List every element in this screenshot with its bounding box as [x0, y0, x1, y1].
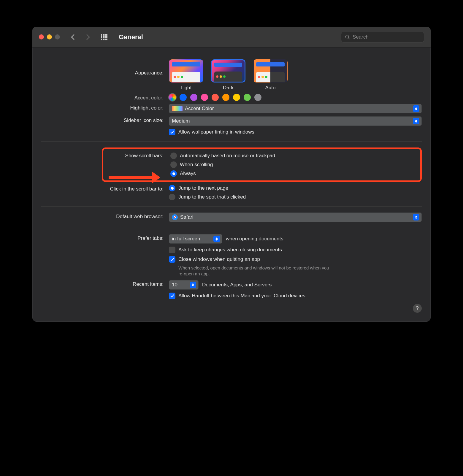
- chevron-updown-icon: [413, 214, 419, 220]
- svg-line-1: [348, 38, 350, 39]
- annotation-arrow-icon: [109, 176, 159, 179]
- accent-swatches: [169, 94, 422, 101]
- accent-pink[interactable]: [201, 94, 208, 101]
- preferences-window: General Search Appearance: Light Dark: [32, 27, 431, 322]
- tabs-suffix: when opening documents: [226, 236, 283, 242]
- search-placeholder: Search: [353, 34, 369, 40]
- scrollbars-option-always[interactable]: Always: [170, 170, 416, 177]
- accent-multicolor[interactable]: [169, 94, 176, 101]
- accent-red[interactable]: [212, 94, 219, 101]
- chevron-updown-icon: [190, 282, 196, 288]
- tabs-label: Prefer tabs:: [41, 234, 169, 241]
- scrollbars-option-scrolling[interactable]: When scrolling: [170, 161, 416, 168]
- show-all-prefs-button[interactable]: [101, 34, 107, 40]
- sidebar-size-label: Sidebar icon size:: [41, 116, 169, 123]
- safari-icon: [172, 214, 178, 220]
- chevron-updown-icon: [213, 236, 220, 242]
- close-quit-checkbox[interactable]: Close windows when quitting an app: [169, 256, 422, 263]
- handoff-checkbox[interactable]: Allow Handoff between this Mac and your …: [169, 293, 422, 299]
- appearance-option-auto[interactable]: Auto: [253, 59, 288, 91]
- chevron-updown-icon: [413, 105, 419, 112]
- svg-point-0: [345, 35, 349, 38]
- appearance-option-light[interactable]: Light: [169, 59, 203, 91]
- scrollclick-option-spot[interactable]: Jump to the spot that's clicked: [169, 194, 422, 200]
- close-quit-help: When selected, open documents and window…: [169, 265, 335, 277]
- highlight-swatch-icon: [172, 106, 183, 111]
- back-button[interactable]: [71, 34, 77, 40]
- recent-label: Recent items:: [41, 280, 169, 287]
- search-field[interactable]: Search: [341, 32, 424, 42]
- scrollclick-option-nextpage[interactable]: Jump to the next page: [169, 185, 422, 191]
- highlight-label: Highlight color:: [41, 104, 169, 111]
- thumbnail-dark: [211, 59, 245, 82]
- appearance-label: Appearance:: [41, 59, 169, 76]
- recent-suffix: Documents, Apps, and Servers: [202, 282, 272, 288]
- ask-keep-checkbox[interactable]: Ask to keep changes when closing documen…: [169, 247, 422, 253]
- nav-buttons: [72, 35, 89, 39]
- close-window-button[interactable]: [39, 34, 44, 39]
- chevron-updown-icon: [413, 118, 419, 124]
- accent-blue[interactable]: [180, 94, 187, 101]
- accent-graphite[interactable]: [254, 94, 261, 101]
- help-button[interactable]: ?: [413, 304, 422, 313]
- scrollbars-option-auto[interactable]: Automatically based on mouse or trackpad: [170, 153, 416, 159]
- scrollclick-label: Click in the scroll bar to:: [41, 185, 169, 192]
- accent-green[interactable]: [244, 94, 251, 101]
- highlight-select[interactable]: Accent Color: [169, 104, 422, 113]
- appearance-option-dark[interactable]: Dark: [211, 59, 245, 91]
- window-controls: [39, 34, 60, 39]
- thumbnail-light: [169, 59, 203, 82]
- accent-yellow[interactable]: [233, 94, 240, 101]
- accent-label: Accent color:: [41, 94, 169, 101]
- wallpaper-tint-checkbox[interactable]: Allow wallpaper tinting in windows: [169, 129, 422, 135]
- browser-select[interactable]: Safari: [169, 212, 422, 222]
- annotation-callout: Automatically based on mouse or trackpad…: [102, 147, 422, 182]
- titlebar: General Search: [32, 27, 431, 47]
- content: Appearance: Light Dark Auto: [32, 47, 431, 322]
- zoom-window-button[interactable]: [55, 34, 60, 39]
- forward-button[interactable]: [84, 34, 90, 40]
- tabs-select[interactable]: in full screen: [169, 234, 222, 244]
- browser-label: Default web browser:: [41, 212, 169, 220]
- search-icon: [345, 34, 350, 40]
- thumbnail-auto: [253, 59, 288, 82]
- window-title: General: [119, 33, 143, 41]
- accent-purple[interactable]: [190, 94, 197, 101]
- accent-orange[interactable]: [222, 94, 229, 101]
- sidebar-size-select[interactable]: Medium: [169, 116, 422, 126]
- minimize-window-button[interactable]: [47, 34, 52, 39]
- recent-select[interactable]: 10: [169, 280, 199, 290]
